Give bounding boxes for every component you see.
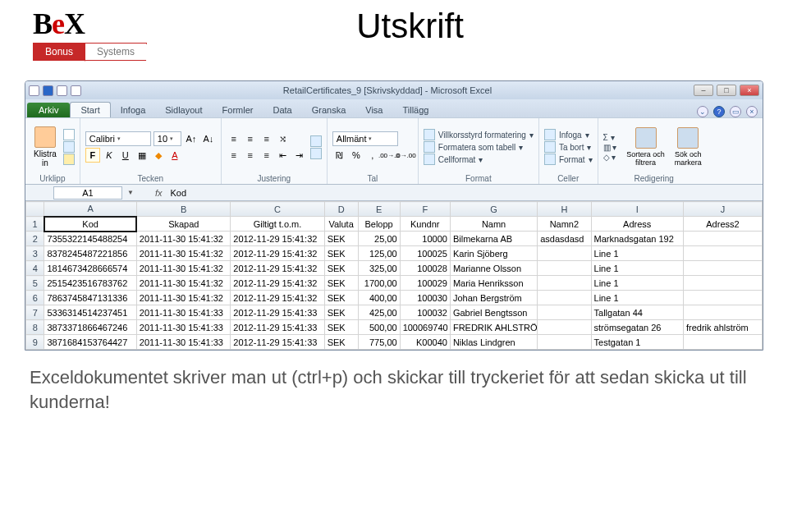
tab-formler[interactable]: Formler — [213, 103, 263, 117]
cell[interactable]: SEK — [324, 291, 358, 305]
cell[interactable]: fredrik ahlström — [683, 320, 762, 335]
tab-granska[interactable]: Granska — [302, 103, 356, 117]
table-row[interactable]: 525154235167837622011-11-30 15:41:322012… — [26, 276, 763, 291]
tab-infoga[interactable]: Infoga — [111, 103, 156, 117]
cell[interactable]: 2012-11-29 15:41:33 — [231, 320, 324, 335]
bold-button[interactable]: F — [85, 148, 100, 163]
decrease-decimal-button[interactable]: .0→.00 — [398, 148, 413, 163]
tab-start[interactable]: Start — [70, 102, 110, 117]
cell[interactable]: Maria Henriksson — [450, 276, 537, 291]
cell[interactable]: 500,00 — [358, 320, 400, 335]
minimize-button[interactable]: – — [694, 85, 713, 96]
cell[interactable]: 2011-11-30 15:41:33 — [136, 335, 230, 350]
cell[interactable]: 2011-11-30 15:41:32 — [136, 276, 230, 291]
cell[interactable]: 100029 — [400, 276, 450, 291]
select-all-corner[interactable] — [26, 202, 44, 217]
wrap-text-icon[interactable] — [310, 135, 322, 147]
cell[interactable]: Line 1 — [591, 246, 683, 261]
cell[interactable]: 100030 — [400, 291, 450, 305]
maximize-button[interactable]: □ — [717, 85, 736, 96]
autosum-icon[interactable]: Σ ▾ — [603, 133, 615, 142]
cell[interactable]: 3873371866467246 — [44, 320, 136, 335]
fill-color-button[interactable]: ◆ — [151, 148, 166, 163]
row-header[interactable]: 7 — [26, 305, 44, 320]
subwindow-close-icon[interactable]: × — [746, 106, 758, 117]
cell[interactable]: Kod — [44, 217, 136, 232]
cut-icon[interactable] — [63, 129, 75, 140]
cell[interactable]: 400,00 — [358, 291, 400, 305]
table-row[interactable]: 838733718664672462011-11-30 15:41:332012… — [26, 320, 763, 335]
row-header[interactable]: 2 — [26, 232, 44, 246]
cell[interactable]: Line 1 — [591, 261, 683, 276]
save-icon[interactable] — [43, 85, 53, 96]
cell[interactable]: 10000 — [400, 232, 450, 246]
col-header[interactable]: E — [358, 202, 400, 217]
cell[interactable]: 2515423516783762 — [44, 276, 136, 291]
clear-icon[interactable]: ◇ ▾ — [603, 153, 616, 162]
tab-sidlayout[interactable]: Sidlayout — [155, 103, 212, 117]
cell[interactable]: Tallgatan 44 — [591, 305, 683, 320]
dropdown-icon[interactable]: ▼ — [127, 189, 134, 196]
indent-dec-button[interactable]: ⇤ — [276, 148, 291, 163]
row-header[interactable]: 8 — [26, 320, 44, 335]
cell-styles-button[interactable]: Cellformat ▾ — [424, 154, 534, 165]
cell[interactable]: FREDRIK AHLSTRÖM — [450, 320, 537, 335]
col-header[interactable]: J — [683, 202, 762, 217]
grow-font-button[interactable]: A↑ — [184, 131, 199, 146]
format-painter-icon[interactable] — [63, 154, 75, 165]
cell[interactable]: 5336314514237451 — [44, 305, 136, 320]
excel-icon[interactable] — [29, 85, 39, 96]
cell[interactable] — [538, 320, 591, 335]
row-header[interactable]: 5 — [26, 276, 44, 291]
ribbon-minimize-icon[interactable]: ⌄ — [697, 106, 708, 117]
underline-button[interactable]: U — [118, 148, 133, 163]
font-size-select[interactable]: 10▾ — [153, 131, 181, 146]
number-format-select[interactable]: Allmänt▾ — [332, 131, 398, 146]
table-row[interactable]: 418146734286665742011-11-30 15:41:322012… — [26, 261, 763, 276]
font-name-select[interactable]: Calibri▾ — [85, 131, 151, 146]
cell[interactable]: 2012-11-29 15:41:32 — [231, 276, 324, 291]
align-middle-button[interactable]: ≡ — [243, 131, 258, 146]
cell[interactable] — [683, 305, 762, 320]
cell[interactable]: Kundnr — [400, 217, 450, 232]
cell[interactable]: 2011-11-30 15:41:33 — [136, 305, 230, 320]
percent-button[interactable]: % — [349, 148, 364, 163]
col-header[interactable]: F — [400, 202, 450, 217]
cell[interactable] — [683, 291, 762, 305]
cell[interactable] — [683, 261, 762, 276]
cell[interactable]: SEK — [324, 232, 358, 246]
cell[interactable] — [683, 276, 762, 291]
cell[interactable] — [538, 335, 591, 350]
redo-icon[interactable] — [71, 85, 81, 96]
formula-input[interactable]: Kod — [167, 188, 763, 198]
cell[interactable]: Line 1 — [591, 276, 683, 291]
col-header[interactable]: A — [44, 202, 136, 217]
cell[interactable]: Marknadsgatan 192 — [591, 232, 683, 246]
column-headers[interactable]: A B C D E F G H I J — [26, 202, 763, 217]
cell[interactable]: Niklas Lindgren — [450, 335, 537, 350]
format-as-table-button[interactable]: Formatera som tabell ▾ — [424, 141, 534, 153]
table-row[interactable]: 1KodSkapadGiltigt t.o.m.ValutaBeloppKund… — [26, 217, 763, 232]
cell[interactable]: 325,00 — [358, 261, 400, 276]
sort-filter-button[interactable]: Sortera och filtrera — [623, 126, 668, 168]
find-select-button[interactable]: Sök och markera — [671, 126, 705, 168]
col-header[interactable]: D — [324, 202, 358, 217]
cell[interactable]: 1700,00 — [358, 276, 400, 291]
cell[interactable]: 775,00 — [358, 335, 400, 350]
fx-icon[interactable]: fx — [155, 188, 163, 198]
cell[interactable]: 2012-11-29 15:41:33 — [231, 335, 324, 350]
cell[interactable]: Adress — [591, 217, 683, 232]
cell[interactable]: 2012-11-29 15:41:33 — [231, 305, 324, 320]
col-header[interactable]: I — [591, 202, 683, 217]
merge-center-icon[interactable] — [310, 148, 322, 159]
table-row[interactable]: 753363145142374512011-11-30 15:41:332012… — [26, 305, 763, 320]
cell[interactable] — [538, 261, 591, 276]
align-bottom-button[interactable]: ≡ — [259, 131, 274, 146]
row-header[interactable]: 9 — [26, 335, 44, 350]
align-left-button[interactable]: ≡ — [227, 148, 241, 163]
col-header[interactable]: G — [450, 202, 537, 217]
cell[interactable]: Valuta — [324, 217, 358, 232]
table-row[interactable]: 678637458471313362011-11-30 15:41:322012… — [26, 291, 763, 305]
cell[interactable] — [538, 276, 591, 291]
paste-button[interactable]: Klistra in — [30, 125, 60, 169]
